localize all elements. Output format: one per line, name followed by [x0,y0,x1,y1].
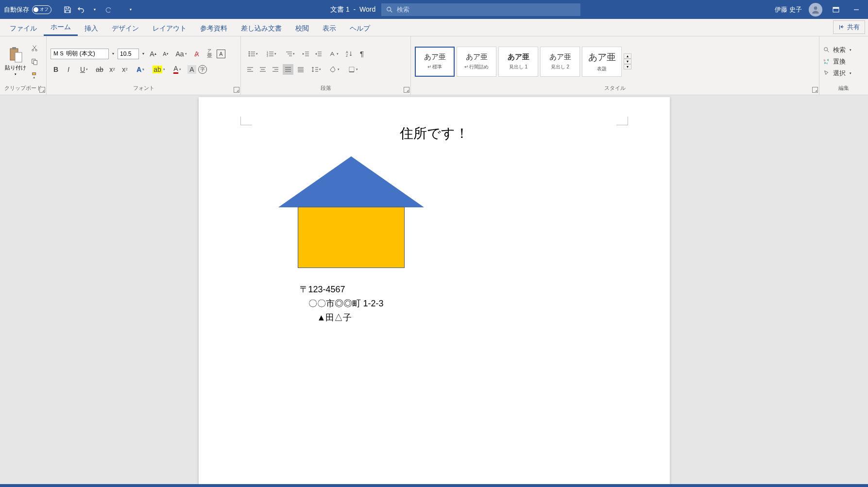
align-left-button[interactable] [245,64,255,75]
title-bar: 自動保存 オフ ▾ ▾ 文書 1 - Word 検索 伊藤 史子 [0,0,868,19]
align-right-button[interactable] [270,64,281,75]
font-name-dropdown[interactable]: ▾ [111,49,116,59]
undo-dropdown[interactable]: ▾ [89,4,100,15]
show-hide-button[interactable]: ¶ [357,49,367,59]
toggle-knob [34,7,38,12]
user-name[interactable]: 伊藤 史子 [775,5,802,14]
subscript-button[interactable]: x2 [107,64,118,75]
clear-formatting-button[interactable]: A̷ [191,49,202,59]
font-color-button[interactable]: A [169,64,186,75]
svg-text:b: b [824,58,826,62]
autosave-toggle[interactable]: 自動保存 オフ [4,5,51,14]
autosave-state: オフ [40,6,49,13]
tab-references[interactable]: 参考資料 [193,20,234,36]
search-placeholder: 検索 [397,5,409,14]
numbering-button[interactable]: 123 [263,49,280,59]
strikethrough-button[interactable]: ab [94,64,105,75]
toggle-switch[interactable]: オフ [32,5,51,14]
gallery-more[interactable]: ▾ [624,64,631,69]
style-normal[interactable]: あア亜↵ 標準 [415,47,455,77]
tab-mailings[interactable]: 差し込み文書 [234,20,289,36]
superscript-button[interactable]: x2 [119,64,130,75]
align-center-button[interactable] [257,64,268,75]
share-label: 共有 [847,23,860,32]
minimize-button[interactable] [850,3,863,17]
paste-button[interactable]: 貼り付け ▾ [4,46,27,77]
select-button[interactable]: 選択▾ [823,69,851,78]
gallery-up[interactable]: ▴ [624,53,631,59]
search-box[interactable]: 検索 [381,3,580,16]
style-title[interactable]: あア亜表題 [582,47,622,77]
enclose-characters-button[interactable]: 字 [198,65,207,74]
borders-button[interactable] [345,64,361,75]
character-border-button[interactable]: A [217,50,225,58]
svg-point-58 [824,47,828,50]
paragraph-label: 段落 [245,84,407,94]
font-launcher[interactable] [234,87,239,93]
paragraph-launcher[interactable] [404,87,409,93]
copy-button[interactable] [29,56,40,67]
ribbon-tabs: ファイル ホーム 挿入 デザイン レイアウト 参考資料 差し込み文書 校閲 表示… [0,19,868,36]
clipboard-launcher[interactable] [39,87,45,93]
underline-button[interactable]: U [76,64,92,75]
highlight-button[interactable]: ab [151,64,167,75]
style-no-spacing[interactable]: あア亜↵ 行間詰め [457,47,496,77]
gallery-down[interactable]: ▾ [624,59,631,64]
bold-button[interactable]: B [51,64,61,75]
user-avatar[interactable] [809,3,822,17]
svg-rect-4 [833,7,839,9]
sort-button[interactable]: AZ [344,49,355,59]
share-icon [838,24,845,31]
redo-button[interactable] [103,4,114,15]
font-name-input[interactable] [51,49,109,59]
svg-text:A: A [346,50,348,54]
ribbon-display-options[interactable] [829,3,843,17]
font-size-dropdown[interactable]: ▾ [141,49,146,59]
phonetic-guide-button[interactable]: ア亜 [204,49,215,59]
tab-help[interactable]: ヘルプ [343,20,377,36]
multilevel-list-button[interactable] [282,49,298,59]
format-painter-button[interactable] [29,70,40,81]
svg-point-18 [249,55,250,56]
tab-view[interactable]: 表示 [316,20,343,36]
styles-launcher[interactable] [812,87,818,93]
character-shading-button[interactable]: A [187,65,196,74]
font-size-input[interactable] [118,49,139,59]
tab-review[interactable]: 校閲 [289,20,316,36]
titlebar-center: 文書 1 - Word 検索 [136,3,775,16]
text-effects-button[interactable]: A [132,64,149,75]
group-editing: 検索▾ bc置換 選択▾ 編集 [819,36,868,95]
grow-font-button[interactable]: A▴ [148,49,158,59]
font-label: フォント [51,84,237,94]
line-spacing-button[interactable] [308,64,324,75]
svg-line-59 [827,50,829,52]
svg-point-2 [814,6,817,10]
decrease-indent-button[interactable] [300,49,311,59]
shrink-font-button[interactable]: A▾ [160,49,171,59]
clipboard-label: クリップボード [4,84,42,94]
distributed-button[interactable] [295,64,306,75]
change-case-button[interactable]: Aa [173,49,189,59]
increase-indent-button[interactable] [313,49,323,59]
shading-button[interactable] [326,64,343,75]
style-heading2[interactable]: あア亜見出し 2 [540,47,580,77]
document-title: 文書 1 - Word [330,5,375,14]
tab-insert[interactable]: 挿入 [78,20,105,36]
tab-layout[interactable]: レイアウト [146,20,193,36]
titlebar-right: 伊藤 史子 [775,3,868,17]
find-button[interactable]: 検索▾ [823,46,851,54]
replace-button[interactable]: bc置換 [823,57,851,66]
style-heading1[interactable]: あア亜見出し 1 [498,47,538,77]
tab-design[interactable]: デザイン [105,20,146,36]
share-button[interactable]: 共有 [833,20,865,34]
bullets-button[interactable] [245,49,261,59]
asian-layout-button[interactable] [325,49,342,59]
italic-button[interactable]: I [63,64,74,75]
save-icon[interactable] [62,4,73,15]
cut-button[interactable] [29,43,40,53]
qat-customize[interactable]: ▾ [125,4,136,15]
justify-button[interactable] [283,64,293,75]
tab-file[interactable]: ファイル [3,20,44,36]
tab-home[interactable]: ホーム [44,19,78,36]
undo-button[interactable] [76,4,86,15]
